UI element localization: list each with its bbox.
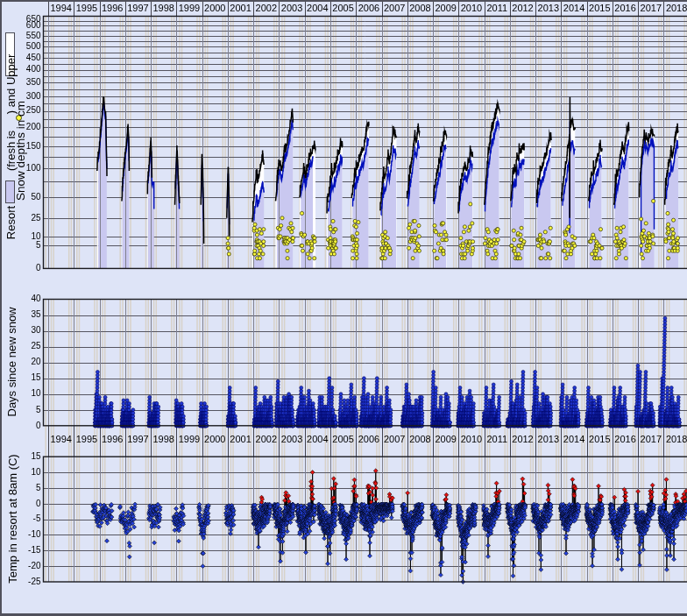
temp-axis-label: Temp in resort at 8am (C) bbox=[5, 454, 18, 583]
days-since-snow-axis-title: Days since new snow bbox=[5, 308, 18, 417]
snow-depth-unit-label: Snow depths in cm bbox=[13, 101, 26, 201]
temperature-axis-title: Temp in resort at 8am (C) bbox=[5, 454, 18, 583]
axis-title-upper-text: and Upper bbox=[4, 54, 17, 108]
axis-title-resort-text: Resort bbox=[4, 206, 17, 239]
resort-label: Resort bbox=[4, 206, 17, 239]
days-axis-label: Days since new snow bbox=[5, 308, 18, 417]
upper-label: and Upper bbox=[4, 54, 17, 108]
snow-depth-axis-subtitle: Snow depths in cm bbox=[13, 101, 26, 201]
snow-history-chart-canvas bbox=[0, 0, 687, 616]
snow-history-window: {"window":{"width":784,"height":703},"la… bbox=[0, 0, 687, 616]
